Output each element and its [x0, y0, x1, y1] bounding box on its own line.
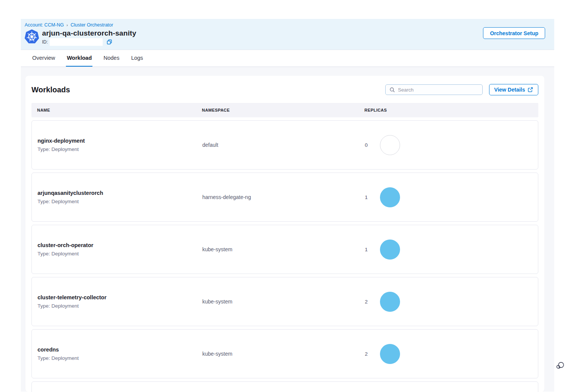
breadcrumb-separator-icon: › [67, 23, 68, 27]
search-icon [389, 87, 395, 93]
search-input[interactable] [398, 87, 478, 93]
view-details-label: View Details [494, 87, 525, 93]
tab-logs[interactable]: Logs [130, 50, 144, 67]
column-header-namespace: NAMESPACE [202, 108, 364, 112]
content-area: Workloads View Details [21, 67, 554, 392]
replica-count: 2 [365, 351, 369, 357]
table-row-partial[interactable] [31, 381, 538, 392]
replica-count: 2 [365, 299, 369, 305]
main-window: Account: CCM-NG › Cluster Orchestrator [21, 19, 554, 392]
table-row[interactable]: arjunqasanityclusterorch Type: Deploymen… [31, 173, 538, 222]
workload-name: arjunqasanityclusterorch [38, 190, 202, 196]
replica-count: 1 [365, 247, 369, 252]
page-header: Account: CCM-NG › Cluster Orchestrator [21, 19, 554, 50]
table-row[interactable]: cluster-telemetry-collector Type: Deploy… [31, 277, 538, 326]
copy-icon[interactable] [106, 39, 113, 45]
workload-type: Type: Deployment [38, 251, 202, 257]
page-title: arjun-qa-clusterorch-sanity [42, 29, 136, 37]
workload-type: Type: Deployment [38, 355, 202, 361]
workloads-panel: Workloads View Details [25, 76, 544, 392]
tab-workload[interactable]: Workload [66, 50, 92, 67]
workload-namespace: kube-system [202, 299, 365, 305]
replica-status-circle [380, 187, 400, 207]
workload-name: coredns [38, 347, 202, 353]
tab-overview[interactable]: Overview [31, 50, 56, 67]
breadcrumb: Account: CCM-NG › Cluster Orchestrator [25, 22, 545, 28]
workload-type: Type: Deployment [38, 146, 202, 152]
workload-type: Type: Deployment [38, 199, 202, 204]
workload-name: cluster-orch-operator [38, 242, 202, 248]
breadcrumb-account-link[interactable]: Account: CCM-NG [25, 22, 64, 28]
table-row[interactable]: nginx-deployment Type: Deployment defaul… [31, 120, 538, 170]
tab-nodes[interactable]: Nodes [103, 50, 120, 67]
replica-status-circle [380, 240, 400, 260]
workload-name: cluster-telemetry-collector [38, 294, 202, 300]
chat-bubble-icon[interactable] [555, 361, 566, 371]
workload-type: Type: Deployment [38, 303, 202, 309]
cluster-id-value-redacted [50, 38, 103, 46]
cluster-id-label: ID: [42, 39, 48, 45]
workload-namespace: default [202, 142, 365, 148]
table-header: NAME NAMESPACE REPLICAS [31, 103, 538, 117]
search-box[interactable] [385, 84, 483, 95]
replica-status-circle [380, 135, 400, 155]
breadcrumb-section-link[interactable]: Cluster Orchestrator [70, 22, 113, 28]
view-details-button[interactable]: View Details [489, 84, 538, 95]
workload-name: nginx-deployment [38, 138, 202, 144]
kubernetes-logo-icon [25, 30, 39, 44]
table-row[interactable]: cluster-orch-operator Type: Deployment k… [31, 225, 538, 274]
orchestrator-setup-button[interactable]: Orchestrator Setup [483, 27, 545, 39]
workload-namespace: kube-system [202, 351, 365, 357]
replica-status-circle [380, 292, 400, 312]
column-header-replicas: REPLICAS [364, 108, 538, 112]
replica-status-circle [380, 344, 400, 364]
table-row[interactable]: coredns Type: Deployment kube-system 2 [31, 329, 538, 378]
workloads-title: Workloads [31, 86, 70, 94]
replica-count: 1 [365, 194, 369, 200]
replica-count: 0 [365, 142, 369, 148]
tab-bar: Overview Workload Nodes Logs [21, 50, 554, 67]
workload-namespace: harness-delegate-ng [202, 194, 365, 200]
column-header-name: NAME [31, 108, 202, 112]
workload-namespace: kube-system [202, 246, 365, 252]
external-link-icon [528, 87, 533, 92]
